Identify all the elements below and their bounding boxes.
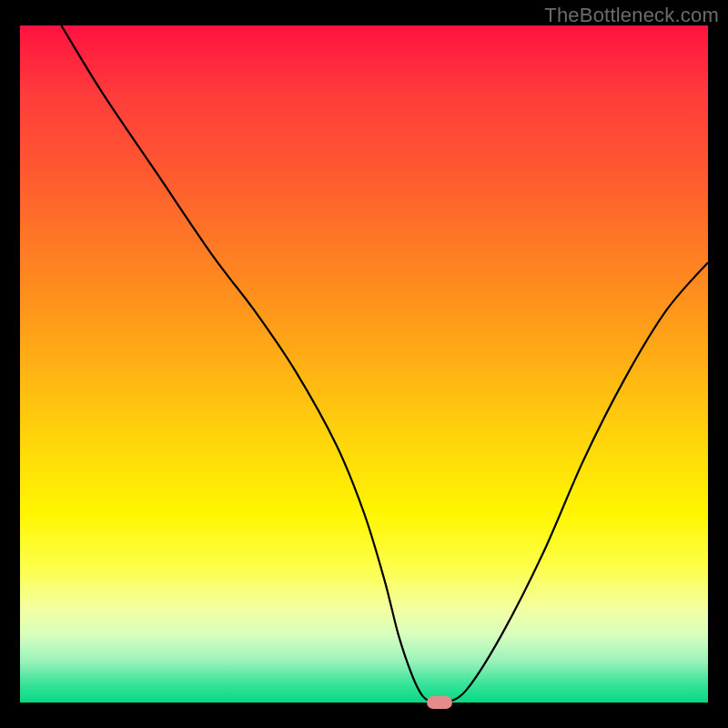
watermark-text: TheBottleneck.com (544, 4, 719, 27)
plot-area (20, 25, 708, 703)
bottleneck-curve (61, 25, 708, 703)
optimal-marker (427, 696, 452, 709)
curve-svg (20, 25, 708, 703)
chart-frame: TheBottleneck.com (0, 0, 728, 728)
